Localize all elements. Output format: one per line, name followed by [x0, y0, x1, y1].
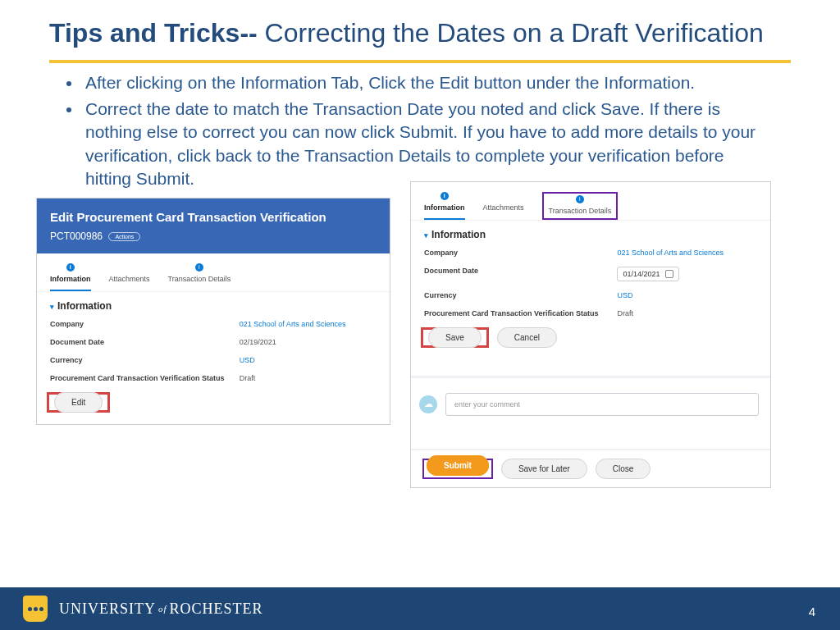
cancel-button[interactable]: Cancel [497, 327, 557, 348]
company-label: Company [50, 320, 240, 328]
tab-attachments-label: Attachments [109, 275, 150, 283]
university-of: of [158, 604, 167, 614]
row-status: Procurement Card Transaction Verificatio… [411, 304, 770, 322]
info-icon: i [576, 195, 584, 203]
bullet-list: After clicking on the Information Tab, C… [57, 71, 774, 191]
tab-transaction-details-label: Transaction Details [168, 275, 231, 283]
left-tabs: i Information Attachments i Transaction … [37, 253, 390, 292]
document-date-value: 02/19/2021 [240, 338, 276, 346]
highlight-submit: Submit [422, 459, 493, 479]
row-currency: Currency USD [411, 286, 770, 304]
row-document-date: Document Date 01/14/2021 [411, 262, 770, 286]
panel-left-id-row: PCT000986 Actions [50, 231, 377, 242]
tab-information[interactable]: i Information [424, 192, 465, 220]
status-value: Draft [617, 309, 633, 317]
document-date-label: Document Date [424, 267, 617, 281]
tab-information-label: Information [50, 275, 91, 283]
info-icon: i [66, 263, 75, 272]
screenshot-right: i Information Attachments i Transaction … [410, 181, 771, 488]
bullet-2: Correct the date to match the Transactio… [82, 98, 774, 190]
row-company: Company 021 School of Arts and Sciences [37, 315, 390, 333]
chevron-down-icon: ▾ [50, 303, 54, 311]
tab-attachments-label: Attachments [483, 203, 524, 212]
actions-chip[interactable]: Actions [108, 232, 140, 241]
submit-button[interactable]: Submit [427, 455, 489, 476]
currency-label: Currency [50, 356, 240, 364]
bullet-1: After clicking on the Information Tab, C… [82, 71, 774, 94]
bottom-bar: Submit Save for Later Close [411, 449, 770, 487]
row-company: Company 021 School of Arts and Sciences [411, 244, 770, 262]
screenshot-left: Edit Procurement Card Transaction Verifi… [36, 198, 390, 425]
right-tabs: i Information Attachments i Transaction … [411, 182, 770, 221]
company-value: 021 School of Arts and Sciences [617, 249, 724, 257]
section-information: ▾Information [37, 292, 390, 315]
slide-title: Tips and Tricks-- Correcting the Dates o… [0, 0, 840, 53]
calendar-icon[interactable] [665, 270, 673, 278]
slide-number: 4 [809, 605, 815, 619]
panel-left-header: Edit Procurement Card Transaction Verifi… [37, 199, 390, 253]
currency-value: USD [617, 291, 632, 299]
row-status: Procurement Card Transaction Verificatio… [37, 369, 390, 387]
comment-row: ☁ enter your comment [411, 376, 770, 431]
title-bold: Tips and Tricks-- [49, 18, 258, 48]
comment-input[interactable]: enter your comment [445, 393, 759, 416]
tab-transaction-details[interactable]: i Transaction Details [168, 263, 231, 291]
right-button-row: Save Cancel [411, 322, 770, 359]
tab-transaction-details-label: Transaction Details [549, 207, 612, 215]
document-date-field[interactable]: 01/14/2021 [617, 267, 678, 281]
tab-information-label: Information [424, 203, 465, 212]
tab-transaction-details[interactable]: i Transaction Details [542, 192, 619, 220]
university-name-a: UNIVERSITY [59, 600, 156, 618]
close-button[interactable]: Close [596, 459, 651, 479]
tab-attachments[interactable]: Attachments [483, 192, 524, 220]
info-icon: i [195, 263, 203, 272]
footer: UNIVERSITY of ROCHESTER [0, 587, 840, 630]
highlight-save: Save [421, 327, 489, 348]
avatar: ☁ [419, 395, 437, 413]
university-name-b: ROCHESTER [170, 600, 263, 618]
status-value: Draft [240, 374, 256, 382]
currency-label: Currency [424, 291, 617, 299]
document-date-value: 01/14/2021 [623, 270, 660, 278]
save-button[interactable]: Save [428, 327, 482, 348]
company-label: Company [424, 249, 617, 257]
save-for-later-button[interactable]: Save for Later [501, 459, 587, 479]
document-date-label: Document Date [50, 338, 240, 346]
company-value: 021 School of Arts and Sciences [240, 320, 346, 328]
transaction-id: PCT000986 [50, 231, 103, 242]
highlight-edit: Edit [47, 392, 110, 413]
edit-button[interactable]: Edit [54, 392, 103, 413]
panel-left-title: Edit Procurement Card Transaction Verifi… [50, 210, 377, 224]
info-icon: i [441, 192, 449, 200]
chevron-down-icon: ▾ [424, 231, 428, 240]
row-document-date: Document Date 02/19/2021 [37, 333, 390, 351]
title-light: Correcting the Dates on a Draft Verifica… [258, 18, 764, 48]
shield-icon [23, 596, 48, 622]
tab-information[interactable]: i Information [50, 263, 91, 291]
title-divider [49, 60, 791, 63]
section-information: ▾Information [411, 221, 770, 244]
status-label: Procurement Card Transaction Verificatio… [424, 309, 617, 317]
tab-attachments[interactable]: Attachments [109, 263, 150, 291]
row-currency: Currency USD [37, 351, 390, 369]
currency-value: USD [240, 356, 255, 364]
left-button-row: Edit [37, 387, 390, 424]
status-label: Procurement Card Transaction Verificatio… [50, 374, 240, 382]
